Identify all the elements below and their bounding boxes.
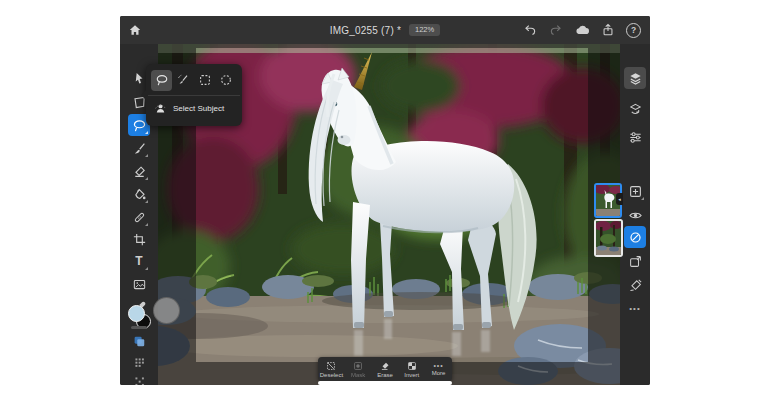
erase-button[interactable]: Erase xyxy=(372,361,397,378)
subtool-indicator xyxy=(145,154,148,157)
tool-eraser[interactable] xyxy=(128,160,150,182)
subtool-indicator xyxy=(641,197,644,200)
touch-shortcut-toggle[interactable] xyxy=(130,332,148,350)
foreground-color-swatch[interactable] xyxy=(128,305,145,322)
tool-type[interactable]: T xyxy=(128,250,150,272)
rect-marquee-icon xyxy=(198,73,212,87)
erase-icon xyxy=(380,361,390,371)
photoshop-ipad-window: IMG_0255 (7) * 122% xyxy=(120,16,650,385)
right-toolbar-more-button[interactable]: ••• xyxy=(624,298,646,320)
popup-tool-ellipse-marquee[interactable] xyxy=(216,70,237,91)
adjustments-button[interactable] xyxy=(624,126,646,148)
mask-label: Mask xyxy=(351,372,365,378)
erase-label: Erase xyxy=(377,372,393,378)
deselect-button[interactable]: Deselect xyxy=(319,361,344,378)
document-title: IMG_0255 (7) * xyxy=(330,25,401,36)
duplicate-layer-button[interactable] xyxy=(624,250,646,272)
more-button[interactable]: ••• More xyxy=(426,362,451,376)
type-tool-icon: T xyxy=(135,255,142,267)
lasso-icon xyxy=(155,73,169,87)
subtool-indicator xyxy=(145,131,148,134)
select-subject-label: Select Subject xyxy=(173,104,224,113)
add-layer-button[interactable] xyxy=(624,180,646,202)
subtool-indicator xyxy=(145,177,148,180)
duplicate-icon xyxy=(628,254,643,269)
tool-place-image[interactable] xyxy=(128,273,150,295)
redo-button[interactable] xyxy=(547,22,564,39)
top-bar: IMG_0255 (7) * 122% xyxy=(120,16,650,44)
touch-shortcut-circle[interactable] xyxy=(153,297,180,324)
layer-properties-icon xyxy=(628,102,643,117)
eye-icon xyxy=(628,208,643,223)
layer-properties-button[interactable] xyxy=(624,98,646,120)
mask-disabled-icon xyxy=(628,230,643,245)
subtool-indicator xyxy=(145,200,148,203)
cloud-icon xyxy=(574,22,590,38)
deselect-icon xyxy=(326,361,336,371)
ipad-home-indicator[interactable] xyxy=(318,381,452,385)
popup-tool-lasso[interactable] xyxy=(151,70,172,91)
layer-thumbnail-background[interactable] xyxy=(594,219,623,257)
clear-layer-button[interactable] xyxy=(624,274,646,296)
help-icon: ? xyxy=(626,23,641,38)
tool-brush[interactable] xyxy=(128,137,150,159)
popup-pointer xyxy=(141,90,146,100)
dot-grid-icon xyxy=(133,375,146,386)
invert-label: Invert xyxy=(404,372,419,378)
cloud-sync-button[interactable] xyxy=(573,22,590,39)
selection-action-bar: Deselect Mask Erase xyxy=(318,357,452,381)
more-dots-icon: ••• xyxy=(433,362,443,369)
grid-settings-1[interactable] xyxy=(130,353,148,371)
tool-fill[interactable] xyxy=(128,183,150,205)
tool-healing[interactable] xyxy=(128,206,150,228)
invert-icon xyxy=(407,361,417,371)
ellipse-marquee-icon xyxy=(219,73,233,87)
help-button[interactable]: ? xyxy=(625,22,642,39)
mask-icon xyxy=(353,361,363,371)
move-tool-icon xyxy=(132,71,147,86)
undo-icon xyxy=(523,23,537,37)
background-layer-preview xyxy=(596,221,621,255)
mask-disabled-button[interactable] xyxy=(624,226,646,248)
grid-settings-2[interactable] xyxy=(130,372,148,385)
right-toolbar: ••• xyxy=(620,44,650,385)
popup-tool-selection-brush[interactable] xyxy=(173,70,194,91)
zoom-level-badge[interactable]: 122% xyxy=(409,24,440,36)
layer-visibility-button[interactable] xyxy=(624,204,646,226)
more-dots-icon: ••• xyxy=(629,305,640,313)
layers-panel-button[interactable] xyxy=(624,67,646,89)
place-image-tool-icon xyxy=(132,277,147,292)
panel-drag-handle[interactable] xyxy=(131,326,147,329)
undo-button[interactable] xyxy=(521,22,538,39)
selection-tool-options xyxy=(146,64,242,95)
top-bar-actions: ? xyxy=(521,16,646,44)
subtool-indicator xyxy=(145,267,148,270)
dot-grid-icon xyxy=(133,356,146,369)
selection-brush-icon xyxy=(176,73,190,87)
adjustments-sliders-icon xyxy=(628,130,643,145)
select-subject-icon xyxy=(154,102,167,115)
selection-tool-popup: Select Subject xyxy=(146,64,242,126)
mask-button[interactable]: Mask xyxy=(346,361,371,378)
chevron-left-icon: ◂ xyxy=(618,197,621,202)
popup-tool-rect-marquee[interactable] xyxy=(194,70,215,91)
share-button[interactable] xyxy=(599,22,616,39)
crop-tool-icon xyxy=(132,232,147,247)
desktop-background: IMG_0255 (7) * 122% xyxy=(0,0,770,400)
clear-eraser-icon xyxy=(628,278,643,293)
layers-icon xyxy=(628,71,643,86)
tool-crop[interactable] xyxy=(128,228,150,250)
redo-icon xyxy=(549,23,563,37)
more-label: More xyxy=(432,370,446,376)
subtool-indicator xyxy=(145,223,148,226)
invert-button[interactable]: Invert xyxy=(399,361,424,378)
deselect-label: Deselect xyxy=(320,372,343,378)
touch-shortcut-icon xyxy=(132,334,146,348)
layer-flyout-handle[interactable]: ◂ xyxy=(616,193,623,205)
select-subject-button[interactable]: Select Subject xyxy=(146,96,242,121)
share-icon xyxy=(601,23,615,37)
